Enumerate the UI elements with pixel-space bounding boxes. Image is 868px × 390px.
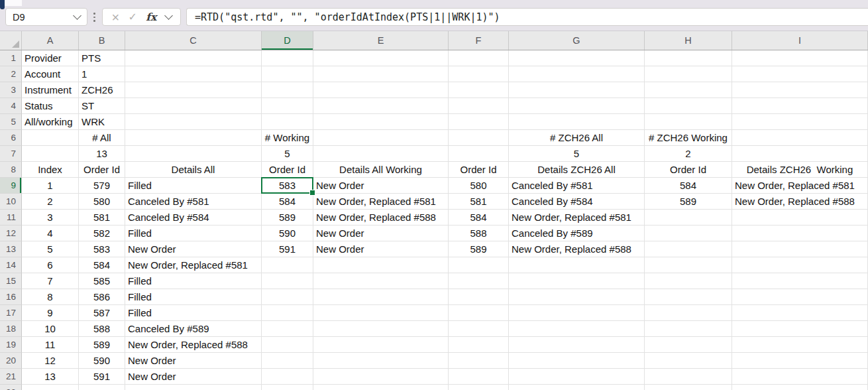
cell-B4[interactable]: ST [79,98,125,114]
cell-B6[interactable]: # All [79,130,125,146]
cell-D21[interactable] [262,369,313,385]
cell-I22[interactable] [732,385,868,390]
cell-B5[interactable]: WRK [79,114,125,130]
row-header-15[interactable]: 15 [0,273,22,289]
cell-A6[interactable] [22,130,79,146]
cell-C14[interactable]: New Order, Replaced #581 [125,257,262,273]
cell-A11[interactable]: 3 [22,210,79,226]
cell-H18[interactable] [645,321,732,337]
cell-I15[interactable] [732,273,868,289]
cell-C15[interactable]: Filled [125,273,262,289]
cell-D19[interactable] [262,337,313,353]
cell-G22[interactable] [509,385,645,390]
cell-F13[interactable]: 589 [449,241,509,257]
cell-E14[interactable] [313,257,449,273]
cell-I18[interactable] [732,321,868,337]
cell-B8[interactable]: Order Id [79,162,125,178]
cell-H16[interactable] [645,289,732,305]
cell-F20[interactable] [449,353,509,369]
cell-F7[interactable] [449,146,509,162]
cell-D22[interactable] [262,385,313,390]
cell-C4[interactable] [125,98,262,114]
cell-B7[interactable]: 13 [79,146,125,162]
name-box[interactable]: D9 [5,8,87,26]
cell-I9[interactable]: New Order, Replaced #581 [732,178,868,194]
cell-I10[interactable]: New Order, Replaced #588 [732,194,868,210]
cell-E11[interactable]: New Order, Replaced #588 [313,210,449,226]
cell-E7[interactable] [313,146,449,162]
row-header-22[interactable]: 22 [0,385,22,390]
cell-B20[interactable]: 590 [79,353,125,369]
cell-A18[interactable]: 10 [22,321,79,337]
cell-B12[interactable]: 582 [79,226,125,241]
cell-G16[interactable] [509,289,645,305]
cell-H1[interactable] [645,50,732,66]
cell-A1[interactable]: Provider [22,50,79,66]
cell-E18[interactable] [313,321,449,337]
cell-E4[interactable] [313,98,449,114]
cell-E3[interactable] [313,82,449,98]
cell-F5[interactable] [449,114,509,130]
cell-A20[interactable]: 12 [22,353,79,369]
cell-I17[interactable] [732,305,868,321]
cell-C13[interactable]: New Order [125,241,262,257]
cell-A15[interactable]: 7 [22,273,79,289]
cell-I4[interactable] [732,98,868,114]
cell-A4[interactable]: Status [22,98,79,114]
cell-E9[interactable]: New Order [313,178,449,194]
cell-C3[interactable] [125,82,262,98]
cell-B16[interactable]: 586 [79,289,125,305]
cell-A19[interactable]: 11 [22,337,79,353]
cell-D15[interactable] [262,273,313,289]
cell-G4[interactable] [509,98,645,114]
cell-H10[interactable]: 589 [645,194,732,210]
enter-icon[interactable]: ✓ [128,12,136,23]
row-header-14[interactable]: 14 [0,257,22,273]
cell-G10[interactable]: Canceled By #584 [509,194,645,210]
cell-H2[interactable] [645,66,732,82]
cell-B11[interactable]: 581 [79,210,125,226]
cell-F17[interactable] [449,305,509,321]
cell-A3[interactable]: Instrument [22,82,79,98]
cell-C21[interactable]: New Order [125,369,262,385]
cell-H8[interactable]: Order Id [645,162,732,178]
cell-G13[interactable]: New Order, Replaced #588 [509,241,645,257]
row-header-12[interactable]: 12 [0,226,22,241]
formula-input[interactable]: =RTD("qst.rtd", "", "orderIdAtIndex(PTS|… [186,8,868,26]
cell-C6[interactable] [125,130,262,146]
cell-D17[interactable] [262,305,313,321]
row-header-8[interactable]: 8 [0,162,22,178]
cell-F19[interactable] [449,337,509,353]
cell-I8[interactable]: Details ZCH26 Working [732,162,868,178]
cell-F18[interactable] [449,321,509,337]
cell-H11[interactable] [645,210,732,226]
cell-B17[interactable]: 587 [79,305,125,321]
cell-G19[interactable] [509,337,645,353]
row-header-16[interactable]: 16 [0,289,22,305]
cell-E2[interactable] [313,66,449,82]
row-header-19[interactable]: 19 [0,337,22,353]
cell-I14[interactable] [732,257,868,273]
cell-D9[interactable]: 583 [262,178,313,194]
cell-C20[interactable]: New Order [125,353,262,369]
cell-A17[interactable]: 9 [22,305,79,321]
cell-G7[interactable]: 5 [509,146,645,162]
cell-B2[interactable]: 1 [79,66,125,82]
column-header-G[interactable]: G [509,31,645,50]
cell-E13[interactable]: New Order [313,241,449,257]
cell-B14[interactable]: 584 [79,257,125,273]
cell-F12[interactable]: 588 [449,226,509,241]
row-header-7[interactable]: 7 [0,146,22,162]
insert-function-icon[interactable]: fx [146,12,156,23]
cell-B13[interactable]: 583 [79,241,125,257]
cell-E5[interactable] [313,114,449,130]
cell-F11[interactable]: 584 [449,210,509,226]
cell-G8[interactable]: Details ZCH26 All [509,162,645,178]
cell-I21[interactable] [732,369,868,385]
cell-H4[interactable] [645,98,732,114]
cell-B15[interactable]: 585 [79,273,125,289]
cell-H13[interactable] [645,241,732,257]
cell-I7[interactable] [732,146,868,162]
cell-E22[interactable] [313,385,449,390]
cell-H19[interactable] [645,337,732,353]
